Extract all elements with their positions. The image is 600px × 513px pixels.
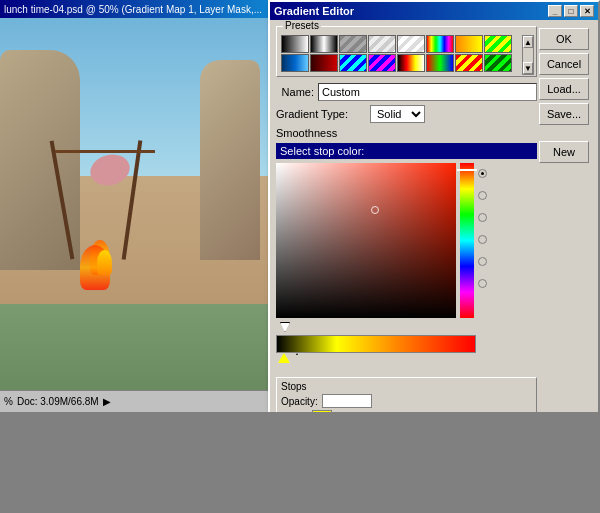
gradient-type-label: Gradient Type:: [276, 108, 366, 120]
minimize-button[interactable]: _: [548, 5, 562, 17]
ge-content: Presets: [270, 20, 598, 468]
presets-row-1: [281, 35, 518, 53]
gradient-bar-container: [276, 322, 537, 365]
stop-color-header: Select stop color:: [276, 143, 537, 159]
spacer: [539, 128, 590, 138]
doc-info: Doc: 3.09M/66.8M: [17, 396, 99, 407]
radio-r[interactable]: [478, 235, 487, 244]
preset-6[interactable]: [455, 35, 483, 53]
ge-title: Gradient Editor: [274, 5, 354, 17]
hue-bar[interactable]: [460, 163, 474, 318]
gray-area: [0, 412, 600, 513]
radio-h[interactable]: [478, 169, 487, 178]
load-button[interactable]: Load...: [539, 78, 589, 100]
opacity-input[interactable]: [322, 394, 372, 408]
stop-bottom-1[interactable]: [278, 353, 290, 365]
ge-titlebar-buttons: _ □ ✕: [548, 5, 594, 17]
arrow-right-icon: ▶: [103, 396, 111, 407]
preset-13[interactable]: [426, 54, 454, 72]
preset-14[interactable]: [455, 54, 483, 72]
preset-1[interactable]: [310, 35, 338, 53]
presets-label: Presets: [283, 20, 321, 31]
color-picker-area: [276, 163, 537, 318]
preset-10[interactable]: [339, 54, 367, 72]
preset-5[interactable]: [426, 35, 454, 53]
smoothness-row: Smoothness: [276, 127, 537, 139]
radio-s[interactable]: [478, 191, 487, 200]
stop-indicators-top: [276, 322, 537, 334]
save-button[interactable]: Save...: [539, 103, 589, 125]
preset-8[interactable]: [281, 54, 309, 72]
opacity-row: Opacity:: [281, 394, 532, 408]
gradient-type-row: Gradient Type: Solid Noise: [276, 105, 537, 123]
sv-square[interactable]: [276, 163, 456, 318]
canvas-bottom-bar: % Doc: 3.09M/66.8M ▶: [0, 390, 270, 412]
preset-0[interactable]: [281, 35, 309, 53]
sv-cursor: [371, 206, 379, 214]
close-button[interactable]: ✕: [580, 5, 594, 17]
preset-9[interactable]: [310, 54, 338, 72]
stops-label: Stops: [281, 381, 532, 392]
app-title: lunch time-04.psd @ 50% (Gradient Map 1,…: [4, 4, 262, 15]
scroll-up-button[interactable]: ▲: [523, 36, 533, 48]
preset-7[interactable]: [484, 35, 512, 53]
scroll-down-button[interactable]: ▼: [523, 62, 533, 74]
radio-b2[interactable]: [478, 279, 487, 288]
preset-11[interactable]: [368, 54, 396, 72]
gradient-bar[interactable]: [276, 335, 476, 353]
opacity-label: Opacity:: [281, 396, 318, 407]
stop-top-left[interactable]: [280, 322, 290, 332]
rock-right: [200, 60, 260, 260]
cancel-button[interactable]: Cancel: [539, 53, 589, 75]
stop-bottom-2[interactable]: [296, 353, 308, 365]
hue-cursor: [457, 169, 477, 172]
color-radios: [478, 163, 487, 318]
gradient-editor-dialog: Gradient Editor _ □ ✕ Presets: [268, 0, 600, 420]
presets-scrollbar[interactable]: ▲ ▼: [522, 35, 534, 75]
name-label: Name:: [276, 86, 314, 98]
presets-grid: [281, 35, 518, 72]
zoom-level: %: [4, 396, 13, 407]
app-titlebar: lunch time-04.psd @ 50% (Gradient Map 1,…: [0, 0, 270, 18]
preset-2[interactable]: [339, 35, 367, 53]
presets-row-2: [281, 54, 518, 72]
name-row: Name:: [276, 83, 537, 101]
stop-indicators-bottom: [276, 353, 537, 365]
maximize-button[interactable]: □: [564, 5, 578, 17]
preset-12[interactable]: [397, 54, 425, 72]
gradient-type-select[interactable]: Solid Noise: [370, 105, 425, 123]
ge-titlebar: Gradient Editor _ □ ✕: [270, 2, 598, 20]
canvas-area: [0, 0, 270, 390]
ge-left-panel: Presets: [276, 26, 537, 462]
ok-button[interactable]: OK: [539, 28, 589, 50]
radio-b[interactable]: [478, 213, 487, 222]
preset-3[interactable]: [368, 35, 396, 53]
radio-g[interactable]: [478, 257, 487, 266]
new-button[interactable]: New: [539, 141, 589, 163]
stick-horizontal: [55, 150, 155, 153]
name-input[interactable]: [318, 83, 537, 101]
smoothness-label: Smoothness: [276, 127, 337, 139]
ge-right-panel: OK Cancel Load... Save... New: [537, 26, 592, 462]
preset-15[interactable]: [484, 54, 512, 72]
sv-value-layer: [276, 163, 456, 318]
preset-4[interactable]: [397, 35, 425, 53]
presets-group: Presets: [276, 26, 537, 77]
